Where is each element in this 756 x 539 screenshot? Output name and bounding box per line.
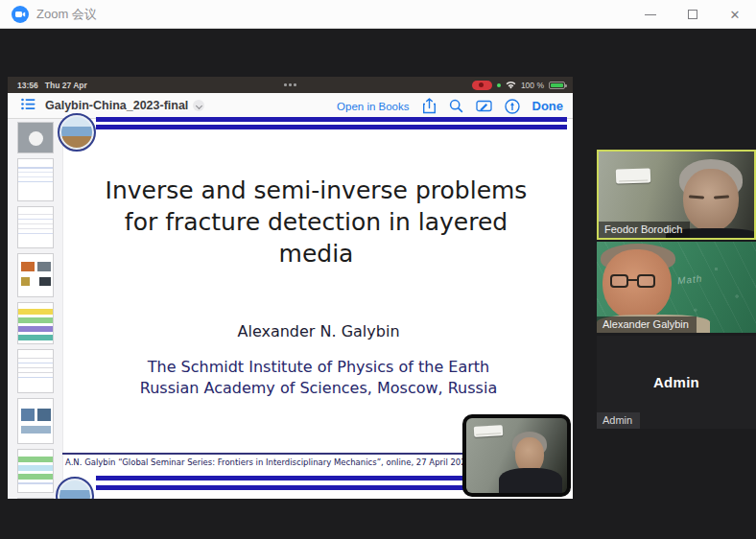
wifi-icon <box>506 81 516 89</box>
maximize-icon <box>688 10 697 19</box>
battery-icon <box>549 82 565 89</box>
footer-rule <box>62 453 521 455</box>
done-button[interactable]: Done <box>532 99 564 113</box>
institute-logo-top <box>58 113 96 152</box>
affiliation-line-2: Russian Academy of Sciences, Moscow, Rus… <box>64 378 573 399</box>
close-icon: ✕ <box>730 9 741 21</box>
page-thumbnail[interactable] <box>17 449 54 493</box>
window-titlebar: Zoom 会议 ✕ <box>0 0 756 29</box>
page-thumbnail[interactable] <box>17 158 54 201</box>
slide-affiliation: The Schmidt Institute of Physics of the … <box>64 357 573 399</box>
zoom-meeting-window: Zoom 会议 ✕ 13:56 Thu 27 Apr 100 % <box>0 0 756 539</box>
document-title: Galybin-China_2023-final <box>45 99 188 112</box>
multitask-indicator[interactable] <box>284 83 296 86</box>
status-time: 13:56 <box>17 81 38 90</box>
glasses-icon <box>637 274 655 288</box>
glasses-bridge <box>628 279 637 281</box>
thumbnails-sidebar-icon[interactable] <box>21 97 35 114</box>
participant-video-alexander-galybin[interactable]: Math Alexander Galybin <box>597 242 756 333</box>
affiliation-line-1: The Schmidt Institute of Physics of the … <box>64 357 573 378</box>
pdf-toolbar: Galybin-China_2023-final Open in Books <box>8 93 573 119</box>
battery-percent: 100 % <box>521 81 544 90</box>
slide-rule-line <box>96 117 567 122</box>
participant-name-label: Feodor Borodich <box>599 222 690 239</box>
participant-video-feodor-borodich[interactable]: Feodor Borodich <box>597 150 756 240</box>
participant-name-label: Alexander Galybin <box>597 316 697 334</box>
minimize-icon <box>645 14 656 15</box>
presenter-body <box>499 468 562 493</box>
page-thumbnail[interactable] <box>17 302 54 344</box>
page-thumbnail[interactable] <box>17 349 54 393</box>
presenter-video <box>466 418 567 493</box>
screen-recording-indicator[interactable] <box>472 81 492 90</box>
mic-active-dot <box>497 83 501 87</box>
window-title: Zoom 会议 <box>36 6 97 23</box>
shared-screen: 13:56 Thu 27 Apr 100 % Galybin-China_2 <box>8 77 573 499</box>
slide-rule-line <box>96 125 567 129</box>
page-thumbnail[interactable] <box>17 498 54 499</box>
air-conditioner <box>474 425 504 437</box>
page-thumbnail[interactable] <box>17 398 54 444</box>
participant-display-name: Admin <box>653 374 699 390</box>
page-thumbnail[interactable] <box>17 206 54 248</box>
maximize-button[interactable] <box>672 0 714 29</box>
chevron-down-icon <box>193 100 204 111</box>
participant-name-label: Admin <box>597 412 640 430</box>
ipad-status-bar: 13:56 Thu 27 Apr 100 % <box>8 77 573 93</box>
markup-icon[interactable] <box>476 99 492 113</box>
search-icon[interactable] <box>449 99 463 113</box>
open-in-books-button[interactable]: Open in Books <box>337 101 409 112</box>
zoom-logo-icon <box>12 6 29 23</box>
participant-video-admin[interactable]: Admin Admin <box>597 336 756 429</box>
participant-face <box>683 169 739 232</box>
air-conditioner <box>616 168 651 183</box>
slide-footer: A.N. Galybin “Global Seminar Series: Fro… <box>65 457 526 467</box>
share-icon[interactable] <box>422 98 437 114</box>
minimize-button[interactable] <box>629 0 672 29</box>
page-thumbnail-sidebar <box>8 119 63 499</box>
slide-author: Alexander N. Galybin <box>64 322 573 340</box>
presenter-video-overlay[interactable] <box>462 414 571 497</box>
slide-title: Inverse and semi-inverse problems for fr… <box>69 175 563 270</box>
glasses-icon <box>610 274 628 288</box>
close-button[interactable]: ✕ <box>714 0 756 29</box>
status-date: Thu 27 Apr <box>45 81 87 90</box>
page-thumbnail[interactable] <box>17 253 54 297</box>
page-thumbnail[interactable] <box>17 122 54 153</box>
document-title-menu[interactable]: Galybin-China_2023-final <box>45 99 204 112</box>
window-controls: ✕ <box>629 0 756 29</box>
pencil-circle-icon[interactable] <box>505 99 520 114</box>
